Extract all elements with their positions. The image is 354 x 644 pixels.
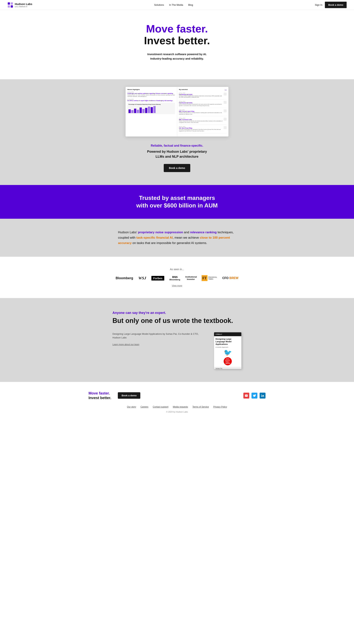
nav-actions: Sign In Book a demo	[315, 2, 346, 8]
nav-link-blog[interactable]: Blog	[188, 4, 193, 6]
footer-socials	[244, 393, 266, 398]
svg-rect-2	[8, 5, 10, 8]
press-logo-forbes: Forbes	[151, 276, 164, 280]
tech-highlight-noise: proprietary noise suppression	[138, 230, 183, 234]
footer-top: Move faster. Invest better. Book a demo	[88, 391, 266, 400]
footer-demo-button[interactable]: Book a demo	[118, 392, 140, 399]
tech-highlight-ranking: relevance ranking	[190, 230, 217, 234]
hero-title-colored: Move faster.	[4, 23, 350, 35]
screenshot-right-panel: My watchlist Edit 22 Nov 2023 Faintheart…	[177, 87, 228, 136]
svg-rect-0	[8, 2, 10, 4]
press-section: As seen in... Bloomberg WSJ Forbes BNN B…	[0, 257, 354, 298]
watchlist-item-1: 22 Nov 2023 Fainthearted (EI 2023) All t…	[179, 92, 227, 100]
signin-button[interactable]: Sign In	[315, 4, 322, 6]
tech-section: Hudson Labs' proprietary noise suppressi…	[0, 219, 354, 257]
email-social-icon[interactable]	[244, 393, 249, 398]
watchlist-item-2: 18 Nov 2023 Fainthearted (EI 2023) Some …	[179, 101, 227, 108]
nav-link-media[interactable]: In The Media	[169, 4, 183, 6]
linkedin-social-icon[interactable]	[260, 393, 266, 398]
product-demo-button[interactable]: Book a demo	[164, 164, 190, 172]
nav-link-solutions[interactable]: Solutions	[154, 4, 164, 6]
hero-title-black: Invest better.	[4, 35, 350, 46]
hero-section: Move faster. Invest better. Investment r…	[0, 10, 354, 79]
book-cover-subtitle: A Holistic Approach	[216, 346, 240, 348]
press-logo-bloomberg: Bloomberg	[116, 276, 133, 280]
textbook-left: Designing Large Language Model Applicati…	[112, 332, 206, 346]
svg-rect-1	[11, 2, 13, 4]
footer-link-contact-support[interactable]: Contact support	[153, 406, 168, 408]
product-section: Market Highlights 12 Dec 2023 Challenges…	[0, 79, 354, 185]
book-bird-icon: 🐦	[216, 349, 240, 356]
screenshot-chart: Percentage of Companies Reporting Going …	[128, 103, 175, 114]
press-logos: Bloomberg WSJ Forbes BNN Bloomberg Insti…	[4, 275, 350, 281]
watchlist-item-4: 07 Nov 2023 RBC Comment Letter Please en…	[179, 118, 227, 125]
hero-subtitle: Investment research software powered by …	[4, 52, 350, 61]
svg-point-4	[261, 394, 262, 395]
screenshot-item-1: 12 Dec 2023 Challenges and cautious opti…	[128, 92, 175, 97]
press-logo-institutional: Institutional Investor	[185, 276, 196, 280]
textbook-title: But only one of us wrote the textbook.	[112, 317, 242, 324]
book-author: Suhas Pai	[214, 367, 241, 369]
footer-links: Our story Careers Contact support Media …	[88, 406, 266, 408]
book-badge: Early Release FREE + LIMITED	[224, 357, 232, 365]
watchlist-item-5: 06 Nov 2023 S.B. Non-Proxy Filing The to…	[179, 126, 227, 133]
textbook-desc: Designing Large Language Model Applicati…	[112, 332, 206, 340]
footer-link-terms[interactable]: Terms of Service	[192, 406, 209, 408]
nav-logo[interactable]: Hudson Labs a.k.a. Bedrock AI	[8, 2, 32, 8]
footer-link-privacy[interactable]: Privacy Policy	[213, 406, 227, 408]
footer-brand-black: Invest better.	[88, 396, 111, 400]
footer-copyright: © 2024 by Hudson Labs	[88, 411, 266, 413]
nav-logo-sub: a.k.a. Bedrock AI	[15, 6, 32, 8]
textbook-tagline: Anyone can say they're an expert.	[112, 311, 242, 315]
press-view-more[interactable]: View more	[4, 284, 350, 287]
footer-brand-purple: Move faster.	[88, 391, 111, 396]
tech-highlight-financial-ai: task-specific financial AI	[136, 236, 173, 240]
nav-logo-name: Hudson Labs	[15, 2, 32, 6]
trust-band-title: Trusted by asset managers with over $600…	[4, 194, 350, 210]
textbook-content: Designing Large Language Model Applicati…	[112, 332, 242, 369]
textbook-learn-link[interactable]: Learn more about our team	[112, 343, 139, 346]
press-logo-ft: FT FINANCIALTIMES	[202, 275, 217, 281]
footer: Move faster. Invest better. Book a demo …	[0, 382, 354, 416]
press-logo-wsj: WSJ	[138, 276, 146, 280]
footer-link-careers[interactable]: Careers	[140, 406, 148, 408]
screenshot-left-panel: Market Highlights 12 Dec 2023 Challenges…	[126, 87, 177, 136]
book-cover-publisher: O'REILLY	[214, 332, 241, 336]
nav-demo-button[interactable]: Book a demo	[325, 2, 346, 8]
footer-link-media-requests[interactable]: Media requests	[173, 406, 188, 408]
hero-subtitle-line2: Industry-leading accuracy and reliabilit…	[150, 57, 204, 60]
product-tagline: Reliable, factual and finance-specific.	[151, 144, 203, 147]
textbook-right: O'REILLY Designing Large Language Model …	[214, 332, 242, 369]
watchlist-item-3: 7 Nov 2023 RBC Current report filing Ali…	[179, 109, 227, 116]
product-screenshot: Market Highlights 12 Dec 2023 Challenges…	[126, 87, 228, 137]
press-as-seen-label: As seen in...	[4, 268, 350, 271]
market-highlights-title: Market Highlights	[128, 89, 175, 90]
nav-links: Solutions In The Media Blog	[154, 4, 193, 6]
twitter-social-icon[interactable]	[252, 393, 258, 398]
book-cover-title: Designing Large Language Model Applicati…	[216, 338, 240, 346]
svg-rect-3	[11, 5, 13, 8]
footer-link-our-story[interactable]: Our story	[127, 406, 136, 408]
book-cover: O'REILLY Designing Large Language Model …	[214, 332, 242, 369]
product-desc: Powered by Hudson Labs' proprietary LLMs…	[147, 149, 207, 159]
navbar: Hudson Labs a.k.a. Bedrock AI Solutions …	[0, 0, 354, 10]
textbook-section: Anyone can say they're an expert. But on…	[0, 298, 354, 382]
trust-band: Trusted by asset managers with over $600…	[0, 185, 354, 219]
screenshot-item-2: 12 Dec 2023 Do GPUs continue to report h…	[128, 99, 175, 114]
press-logo-bnn: BNN Bloomberg	[170, 276, 180, 281]
tech-paragraph: Hudson Labs' proprietary noise suppressi…	[118, 230, 236, 246]
hero-subtitle-line1: Investment research software powered by …	[147, 52, 207, 56]
press-logo-cfobrew: CFO BREW	[222, 276, 238, 280]
